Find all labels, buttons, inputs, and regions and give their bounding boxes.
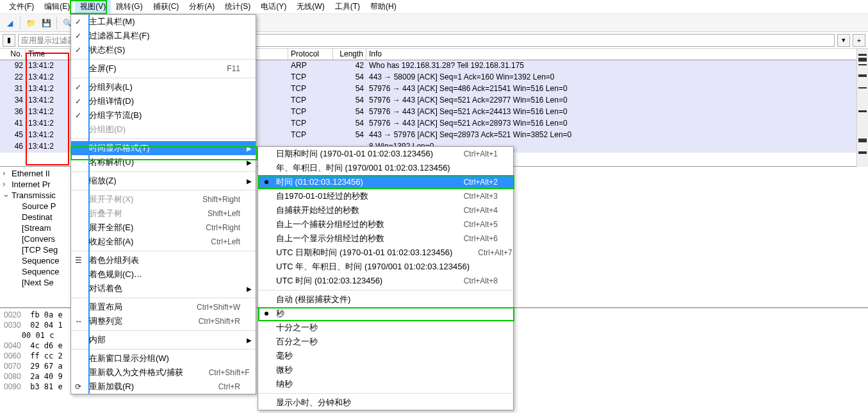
shortcut: Ctrl+R <box>193 382 240 391</box>
submenu-item[interactable]: 自动 (根据捕获文件) <box>258 292 513 307</box>
menu-item-label: 时间显示格式(T) <box>89 142 150 154</box>
menu-item[interactable]: 名称解析(U)▶ <box>71 155 256 169</box>
menu-item-label: 对话着色 <box>89 283 122 294</box>
submenu-item[interactable]: 纳秒 <box>258 377 513 391</box>
submenu-item[interactable]: 十分之一秒 <box>258 321 513 335</box>
menu-item-label: 状态栏(S) <box>89 44 125 56</box>
col-info[interactable]: Info <box>366 49 868 60</box>
submenu-item[interactable]: 时间 (01:02:03.123456)Ctrl+Alt+2 <box>258 175 513 189</box>
menu-item-label: 重置布局 <box>89 301 122 313</box>
menu-item-label: 在新窗口显示分组(W) <box>89 353 169 364</box>
time-format-submenu[interactable]: 日期和时间 (1970-01-01 01:02:03.123456)Ctrl+A… <box>258 146 514 410</box>
check-icon: ✓ <box>75 31 81 40</box>
menu-item-label: 展开全部(E) <box>89 222 133 233</box>
menu-item[interactable]: 收起全部(A)Ctrl+Left <box>71 235 256 249</box>
col-len[interactable]: Length <box>333 49 366 60</box>
shortcut: Ctrl+Shift+F <box>183 368 250 377</box>
shortcut: Ctrl+Alt+4 <box>438 206 498 215</box>
shortcut: F11 <box>201 64 240 73</box>
menu-item-label: 展开子树(X) <box>89 194 133 205</box>
menu-item[interactable]: 内部▶ <box>71 333 256 347</box>
submenu-item-label: 自动 (根据捕获文件) <box>276 294 350 305</box>
open-icon[interactable]: 📁 <box>24 16 38 30</box>
menu-跳转g[interactable]: 跳转(G) <box>111 0 147 13</box>
menu-item-label: 着色规则(C)… <box>89 269 142 280</box>
menu-item[interactable]: 在新窗口显示分组(W) <box>71 351 256 366</box>
menu-编辑e[interactable]: 编辑(E) <box>39 0 75 13</box>
submenu-item[interactable]: UTC 日期和时间 (1970-01-01 01:02:03.123456)Ct… <box>258 246 513 260</box>
submenu-item[interactable]: UTC 年、年积日、时间 (1970/001 01:02:03.123456) <box>258 260 513 274</box>
col-proto[interactable]: Protocol <box>288 49 333 60</box>
menu-item-label: 折叠子树 <box>89 208 122 219</box>
scrollbar[interactable] <box>856 49 868 167</box>
menu-item[interactable]: 着色规则(C)… <box>71 267 256 282</box>
menu-item[interactable]: 对话着色▶ <box>71 282 256 296</box>
menu-item-label: 分组列表(L) <box>89 81 133 93</box>
menu-item[interactable]: ✓分组详情(D) <box>71 94 256 108</box>
menu-item[interactable]: 时间显示格式(T)▶ <box>71 141 256 155</box>
menu-item[interactable]: 重置布局Ctrl+Shift+W <box>71 300 256 314</box>
submenu-item[interactable]: 自上一个显示分组经过的秒数Ctrl+Alt+6 <box>258 232 513 246</box>
submenu-item-label: 秒 <box>276 308 284 319</box>
shortcut: Ctrl+Alt+5 <box>438 220 498 229</box>
submenu-item-label: 十分之一秒 <box>276 322 318 333</box>
submenu-item-label: UTC 时间 (01:02:03.123456) <box>276 275 382 287</box>
menu-无线w[interactable]: 无线(W) <box>291 0 329 13</box>
submenu-arrow-icon: ▶ <box>247 159 252 166</box>
submenu-item-label: 微秒 <box>276 364 293 376</box>
submenu-item[interactable]: 毫秒 <box>258 349 513 363</box>
menu-item[interactable]: ⟳重新加载(R)Ctrl+R <box>71 380 256 394</box>
radio-bullet-icon <box>265 180 268 184</box>
submenu-item-label: 自上一个捕获分组经过的秒数 <box>276 219 384 230</box>
menu-item: 展开子树(X)Shift+Right <box>71 192 256 206</box>
submenu-item[interactable]: 秒 <box>258 307 513 321</box>
menu-item[interactable]: ✓状态栏(S) <box>71 43 256 57</box>
submenu-item[interactable]: 日期和时间 (1970-01-01 01:02:03.123456)Ctrl+A… <box>258 147 513 161</box>
menu-item-label: 分组图(D) <box>89 124 126 135</box>
menu-item[interactable]: 展开全部(E)Ctrl+Right <box>71 221 256 235</box>
submenu-item[interactable]: 微秒 <box>258 363 513 377</box>
submenu-item-label: 显示小时、分钟和秒 <box>276 397 351 409</box>
menu-工具t[interactable]: 工具(T) <box>330 0 365 13</box>
menu-捕获c[interactable]: 捕获(C) <box>148 0 184 13</box>
submenu-item[interactable]: 年、年积日、时间 (1970/001 01:02:03.123456) <box>258 161 513 175</box>
menu-item[interactable]: ☰着色分组列表 <box>71 253 256 267</box>
menu-视图v[interactable]: 视图(V) <box>75 0 111 13</box>
check-icon: ✓ <box>75 97 81 106</box>
submenu-item[interactable]: UTC 时间 (01:02:03.123456)Ctrl+Alt+8 <box>258 274 513 288</box>
submenu-item[interactable]: 显示小时、分钟和秒 <box>258 396 513 410</box>
filter-expr-button[interactable]: ▾ <box>837 34 850 47</box>
submenu-item[interactable]: 百分之一秒 <box>258 335 513 349</box>
shortcut: Ctrl+Alt+2 <box>438 178 498 187</box>
menu-item[interactable]: ✓分组列表(L) <box>71 80 256 94</box>
shark-icon[interactable]: ◢ <box>3 16 17 30</box>
save-icon[interactable]: 💾 <box>39 16 53 30</box>
menu-item-label: 过滤器工具栏(F) <box>89 30 150 42</box>
menu-分析a[interactable]: 分析(A) <box>184 0 220 13</box>
filter-add-button[interactable]: + <box>853 34 865 47</box>
col-time[interactable]: Time <box>26 49 70 60</box>
col-no[interactable]: No. <box>0 49 26 60</box>
menu-item[interactable]: ✓主工具栏(M) <box>71 15 256 29</box>
menu-电话y[interactable]: 电话(Y) <box>256 0 291 13</box>
menu-item-label: 名称解析(U) <box>89 156 134 168</box>
menu-item[interactable]: 缩放(Z)▶ <box>71 174 256 188</box>
submenu-item[interactable]: 自捕获开始经过的秒数Ctrl+Alt+4 <box>258 203 513 217</box>
submenu-item-label: 毫秒 <box>276 350 293 362</box>
menu-文件f[interactable]: 文件(F) <box>4 0 39 13</box>
menu-item-label: 分组详情(D) <box>89 96 134 107</box>
menu-item[interactable]: ✓分组字节流(B) <box>71 108 256 122</box>
menu-item[interactable]: 全屏(F)F11 <box>71 62 256 76</box>
menu-帮助h[interactable]: 帮助(H) <box>365 0 402 13</box>
menu-统计s[interactable]: 统计(S) <box>220 0 256 13</box>
menu-item[interactable]: 重新载入为文件格式/捕获Ctrl+Shift+F <box>71 366 256 380</box>
bookmark-icon[interactable]: ▮ <box>3 34 15 47</box>
view-menu[interactable]: ✓主工具栏(M)✓过滤器工具栏(F)✓状态栏(S)全屏(F)F11✓分组列表(L… <box>70 14 256 394</box>
menu-item-label: 主工具栏(M) <box>89 16 135 28</box>
submenu-item[interactable]: 自1970-01-01经过的秒数Ctrl+Alt+3 <box>258 189 513 203</box>
shortcut: Ctrl+Left <box>185 237 240 246</box>
menu-item[interactable]: ↔调整列宽Ctrl+Shift+R <box>71 314 256 328</box>
submenu-item-label: 年、年积日、时间 (1970/001 01:02:03.123456) <box>276 162 450 174</box>
submenu-item[interactable]: 自上一个捕获分组经过的秒数Ctrl+Alt+5 <box>258 217 513 232</box>
menu-item[interactable]: ✓过滤器工具栏(F) <box>71 29 256 43</box>
